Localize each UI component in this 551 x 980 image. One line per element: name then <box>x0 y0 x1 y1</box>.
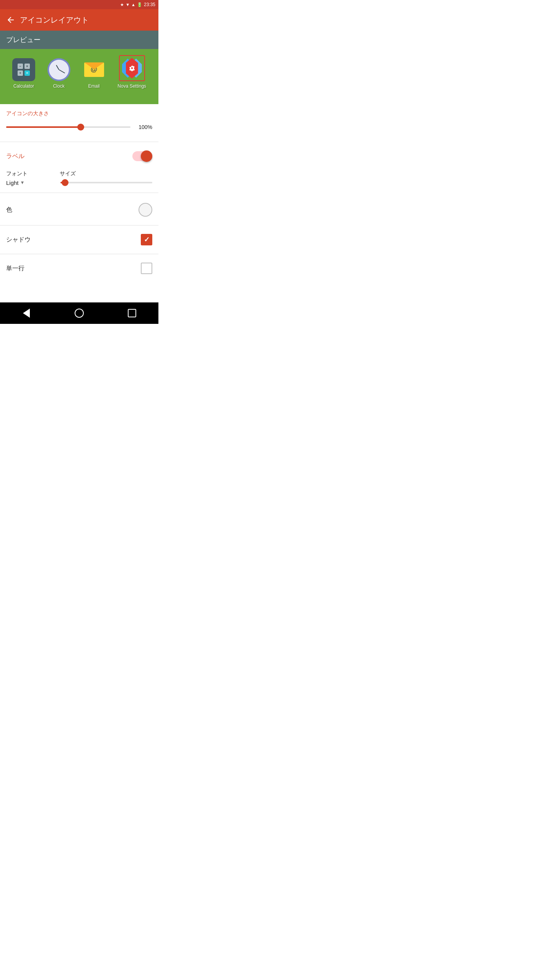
nav-home-icon <box>75 309 84 318</box>
signal-icon: ▲ <box>131 2 135 7</box>
label-section-title: ラベル <box>6 152 24 160</box>
clock-icon-wrapper <box>47 58 70 81</box>
calc-times: × <box>24 64 30 69</box>
divider-2 <box>0 193 158 193</box>
size-slider-thumb[interactable] <box>62 179 68 186</box>
font-name: Light <box>6 180 19 186</box>
icon-size-section: アイコンの大きさ 100% <box>0 104 158 139</box>
shadow-checkbox[interactable] <box>141 234 152 245</box>
nav-recent-button[interactable] <box>122 304 142 323</box>
status-icons: ★ ▼ ▲ 🔋 23:35 <box>120 2 155 7</box>
calculator-icon-wrapper: − × + = <box>12 58 35 81</box>
icon-size-value: 100% <box>135 124 152 130</box>
icon-size-slider-row: 100% <box>6 123 152 131</box>
font-size-headers: フォント サイズ <box>6 170 152 179</box>
calc-minus: − <box>18 64 23 69</box>
preview-label-text: プレビュー <box>6 36 41 44</box>
divider-1 <box>0 142 158 142</box>
divider-3 <box>0 225 158 225</box>
size-slider-container[interactable] <box>60 179 152 186</box>
clock-face <box>49 60 69 80</box>
label-toggle[interactable] <box>132 150 152 162</box>
email-label: Email <box>88 83 100 89</box>
icon-item-email[interactable]: @ Email <box>83 58 106 89</box>
clock-icon <box>47 58 70 81</box>
font-size-controls: Light ▼ <box>6 179 152 186</box>
clock-minute-hand <box>59 69 65 74</box>
content-area: アイコンの大きさ 100% ラベル フォント サイズ Light <box>0 104 158 279</box>
shadow-label: シャドウ <box>6 236 31 244</box>
label-row: ラベル <box>0 145 158 167</box>
nav-home-button[interactable] <box>70 304 89 323</box>
calculator-label: Calculator <box>13 83 34 89</box>
toggle-thumb <box>141 150 152 162</box>
dropdown-arrow-icon: ▼ <box>20 180 25 185</box>
email-flap <box>84 62 104 69</box>
icon-size-track <box>6 126 130 128</box>
email-icon-wrapper: @ <box>83 58 106 81</box>
single-line-checkbox[interactable] <box>141 263 152 274</box>
color-radio[interactable] <box>139 203 152 217</box>
clock-label: Clock <box>53 83 65 89</box>
wifi-icon: ▼ <box>126 2 130 7</box>
battery-icon: 🔋 <box>137 2 142 7</box>
font-dropdown[interactable]: Light ▼ <box>6 180 56 186</box>
preview-section-label: プレビュー <box>0 31 158 49</box>
status-bar: ★ ▼ ▲ 🔋 23:35 <box>0 0 158 9</box>
color-label: 色 <box>6 206 12 214</box>
nav-back-button[interactable] <box>17 304 36 323</box>
email-envelope: @ <box>84 62 104 77</box>
calculator-icon: − × + = <box>12 58 35 81</box>
nova-settings-label: Nova Settings <box>117 83 146 89</box>
size-slider-track <box>60 182 152 183</box>
shadow-row: シャドウ <box>0 229 158 251</box>
status-time: 23:35 <box>144 2 155 7</box>
nova-icon-border <box>119 55 145 81</box>
bluetooth-icon: ★ <box>120 2 124 7</box>
nav-recent-icon <box>128 309 136 317</box>
icon-size-fill <box>6 126 81 128</box>
font-header: フォント <box>6 170 60 177</box>
email-icon: @ <box>83 58 106 81</box>
clock-hour-hand <box>56 65 59 70</box>
app-bar-title: アイコンレイアウト <box>20 15 89 25</box>
calc-equals: = <box>24 70 30 76</box>
icon-size-slider-container[interactable] <box>6 123 130 131</box>
single-line-row: 単一行 <box>0 257 158 279</box>
calc-plus: + <box>18 70 23 76</box>
divider-4 <box>0 254 158 254</box>
color-row: 色 <box>0 198 158 222</box>
nav-bar <box>0 302 158 324</box>
icon-size-thumb[interactable] <box>77 124 84 131</box>
size-header: サイズ <box>60 170 76 177</box>
icon-item-clock[interactable]: Clock <box>47 58 70 89</box>
app-bar: アイコンレイアウト <box>0 9 158 31</box>
back-button[interactable] <box>6 15 15 24</box>
icon-item-nova-settings[interactable]: Nova Settings <box>117 55 146 89</box>
nav-back-icon <box>23 309 30 318</box>
icon-grid: − × + = Calculator Clock <box>6 55 152 93</box>
single-line-label: 単一行 <box>6 265 24 273</box>
icon-size-title: アイコンの大きさ <box>6 110 152 117</box>
nova-settings-icon <box>121 57 143 80</box>
font-size-section: フォント サイズ Light ▼ <box>0 167 158 188</box>
icon-item-calculator[interactable]: − × + = Calculator <box>12 58 35 89</box>
email-body: @ <box>84 62 104 77</box>
preview-area: − × + = Calculator Clock <box>0 49 158 104</box>
